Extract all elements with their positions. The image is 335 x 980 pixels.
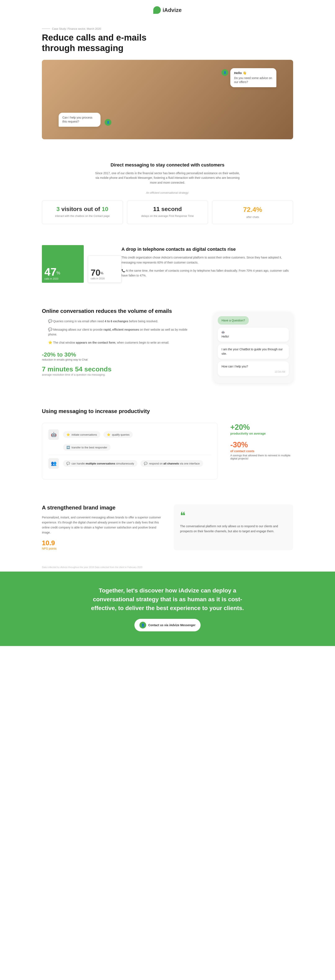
productivity-section: Using messaging to increase productivity…: [0, 396, 335, 492]
drop-chart: 47% calls in 2020 70% calls in 2016: [42, 245, 105, 283]
list-item-3: ⭐ The chat window appears on the contact…: [42, 340, 197, 345]
email-list: 💬 Queries coming in via email often need…: [42, 318, 197, 345]
chat-bubble-left: Can I help you process this request?: [59, 113, 100, 127]
logo-text: iAdvize: [163, 7, 182, 13]
stats-section: Direct messaging to stay connected with …: [0, 154, 335, 232]
email-title: Online conversation reduces the volume o…: [42, 308, 197, 314]
quote-text: The conversational platform not only all…: [180, 524, 287, 534]
workflow-diagram: 🤖 ⭐ initiate conversations ⭐ qualify que…: [42, 423, 218, 479]
workflow-actions-1: ⭐ initiate conversations ⭐ qualify queri…: [63, 431, 211, 438]
stats-sub-desc: An efficient conversational strategy:: [42, 191, 293, 194]
email-content: Online conversation reduces the volume o…: [42, 308, 197, 376]
list-item-2: 💬 Messaging allows our client to provide…: [42, 327, 197, 337]
brand-content: A strengthened brand image Personalized,…: [42, 504, 161, 550]
prod-stat-1: +20% productivity on average: [230, 423, 293, 435]
bar-70-label: calls in 2016: [91, 277, 105, 280]
transfer-icon: ➡️: [66, 445, 70, 449]
productivity-title: Using messaging to increase productivity: [42, 408, 293, 415]
stat-3-number: 72.4%: [217, 206, 288, 213]
avatar-right: 👤: [222, 69, 228, 76]
drop-title: A drop in telephone contacts as digital …: [121, 247, 293, 252]
prod-1-label: productivity on average: [230, 432, 293, 435]
channels-icon: 💬: [144, 462, 147, 465]
nps-label: NPS points: [42, 547, 161, 550]
workflow-row-transfer: ➡️ transfer to the best responder: [48, 444, 211, 451]
workflow-actions-2: 💬 can handle multiple conversations simu…: [63, 460, 211, 467]
chat-greeting: Hello!: [222, 334, 285, 339]
stats-title: Direct messaging to stay connected with …: [42, 162, 293, 168]
cta-button-label: Contact us via iAdvize Messenger: [148, 624, 196, 627]
cta-button[interactable]: 👤 Contact us via iAdvize Messenger: [134, 619, 201, 632]
cta-title: Together, let's discover how iAdvize can…: [84, 586, 251, 612]
chat-header: Have a Question?: [218, 316, 249, 325]
cta-avatar: 👤: [139, 622, 146, 628]
chat-message-right: Do you need some advice on our offers?: [234, 76, 273, 84]
chat-mockup: Have a Question? 🤖 Hello! I am the your …: [214, 312, 293, 383]
chat-intro: I am the your ChatBot to guide you throu…: [222, 347, 285, 356]
case-study-label: Case Study: Finance sector, March 2020: [42, 27, 293, 30]
time-num: 7 minutes 54 seconds: [42, 365, 197, 373]
logo-bubble-icon: [153, 6, 161, 14]
stat-card-1: 3 visitors out of 10 interact with the c…: [42, 200, 123, 224]
reduction-stat: -20% to 30% reduction in emails giving w…: [42, 352, 197, 361]
stat-1-label: interact with the chatbox on the Contact…: [47, 214, 118, 218]
time-stat: 7 minutes 54 seconds average resolution …: [42, 365, 197, 376]
stat-card-2: 11 second delays on the average First Re…: [127, 200, 208, 224]
hero-section: Case Study: Finance sector, March 2020 R…: [0, 19, 335, 154]
avatar-left: 👤: [105, 119, 112, 126]
workflow-tag-transfer: ➡️ transfer to the best responder: [63, 444, 110, 451]
workflow-tag-multiple: 💬 can handle multiple conversations simu…: [63, 460, 137, 467]
chat-intro-bubble: I am the your ChatBot to guide you throu…: [218, 344, 289, 359]
stat-card-3: 72.4% after chats: [212, 200, 293, 224]
qualify-icon: ⭐: [107, 433, 110, 436]
prod-2-num: -30%: [230, 441, 293, 449]
workflow-bot-icon: 🤖: [48, 430, 59, 440]
chat-hello: Hello 👋: [234, 71, 273, 75]
email-section: Online conversation reduces the volume o…: [0, 295, 335, 396]
stat-3-label: after chats: [217, 215, 288, 219]
bar-70: 70% calls in 2016: [88, 256, 121, 283]
chat-bubble-right: Hello 👋 Do you need some advice on our o…: [230, 68, 276, 87]
stat-2-number: 11 second: [132, 206, 203, 213]
quote-card: ❝ The conversational platform not only a…: [174, 504, 293, 550]
chat-question: How can I help you?: [222, 364, 285, 369]
prod-stat-2: -30% of contact costs A savings that all…: [230, 441, 293, 460]
multiple-icon: 💬: [66, 462, 70, 465]
nps-number: 10.9: [42, 539, 161, 547]
time-label: average resolution time of a question vi…: [42, 373, 197, 376]
prod-2-label: of contact costs: [230, 449, 293, 453]
workflow-agents-icon: 👥: [48, 458, 59, 469]
reduction-label: reduction in emails giving way to Chat: [42, 358, 197, 361]
drop-section: 47% calls in 2020 70% calls in 2016 A dr…: [0, 232, 335, 295]
stat-1-number: 3 visitors out of 10: [47, 206, 118, 213]
cta-section: Together, let's discover how iAdvize can…: [0, 571, 335, 646]
bar-47-number: 47%: [45, 266, 60, 277]
bar-70-number: 70%: [91, 268, 104, 277]
logo: iAdvize: [153, 6, 182, 14]
footer-note-text: Data collected by iAdvize throughout the…: [42, 566, 142, 568]
workflow-row-1: 🤖 ⭐ initiate conversations ⭐ qualify que…: [48, 430, 211, 440]
bar-47: 47% calls in 2020: [42, 245, 84, 283]
chat-time: 10:34 AM: [222, 371, 285, 373]
brand-para: Personalized, instant, and convenient me…: [42, 515, 161, 535]
initiate-icon: ⭐: [66, 433, 70, 436]
workflow-tag-qualify: ⭐ qualify queries: [104, 431, 133, 438]
chat-bot-icon: 🤖: [222, 331, 285, 334]
chat-message-left: Can I help you process this request?: [62, 116, 97, 124]
productivity-stats: +20% productivity on average -30% of con…: [230, 423, 293, 465]
drop-content: A drop in telephone contacts as digital …: [121, 247, 293, 281]
productivity-grid: 🤖 ⭐ initiate conversations ⭐ qualify que…: [42, 423, 293, 479]
list-item-1: 💬 Queries coming in via email often need…: [42, 318, 197, 324]
prod-1-num: +20%: [230, 423, 293, 432]
brand-title: A strengthened brand image: [42, 504, 161, 511]
brand-section: A strengthened brand image Personalized,…: [0, 492, 335, 563]
bar-70-wrap: 70% calls in 2016: [88, 256, 121, 283]
workflow-tag-initiate: ⭐ initiate conversations: [63, 431, 100, 438]
workflow-row-2: 👥 💬 can handle multiple conversations si…: [48, 458, 211, 469]
stats-grid: 3 visitors out of 10 interact with the c…: [42, 200, 293, 224]
chat-bot-bubble: 🤖 Hello!: [218, 328, 289, 342]
quote-mark-icon: ❝: [180, 511, 287, 521]
bar-47-label: calls in 2020: [45, 277, 58, 280]
drop-para2: 📞 At the same time, the number of contac…: [121, 268, 293, 278]
footer-note: Data collected by iAdvize throughout the…: [0, 563, 335, 571]
